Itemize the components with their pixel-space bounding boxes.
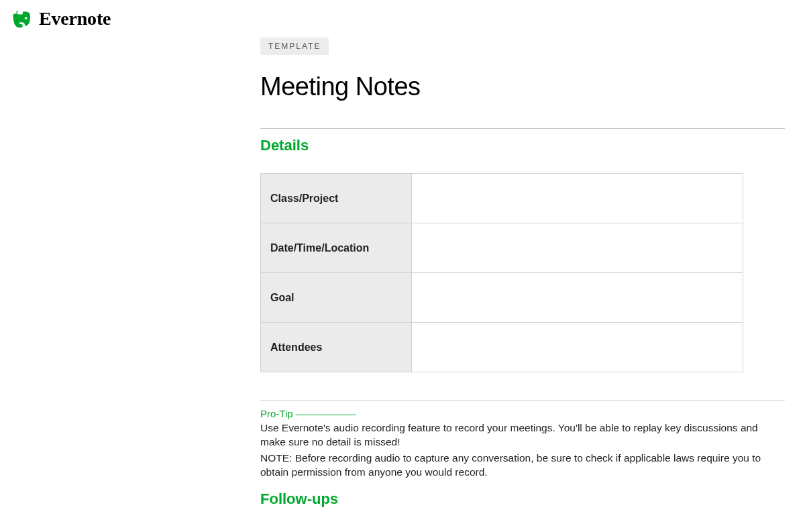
- page-title: Meeting Notes: [260, 72, 785, 101]
- table-row: Goal: [261, 273, 743, 323]
- details-label: Attendees: [261, 323, 412, 372]
- section-heading-details: Details: [260, 137, 785, 154]
- table-row: Class/Project: [261, 174, 743, 223]
- details-value[interactable]: [412, 323, 743, 372]
- divider: [260, 401, 785, 401]
- protip-label: Pro-Tip ——————: [260, 408, 785, 419]
- details-value[interactable]: [412, 223, 743, 273]
- details-value[interactable]: [412, 174, 743, 223]
- protip-body: Use Evernote's audio recording feature t…: [260, 421, 770, 449]
- table-row: Attendees: [261, 323, 743, 372]
- details-label: Date/Time/Location: [261, 223, 412, 273]
- section-heading-followups: Follow-ups: [260, 490, 785, 508]
- details-label: Class/Project: [261, 174, 412, 223]
- table-row: Date/Time/Location: [261, 223, 743, 273]
- template-body: TEMPLATE Meeting Notes Details Class/Pro…: [260, 38, 785, 508]
- details-table: Class/Project Date/Time/Location Goal At…: [260, 173, 743, 372]
- template-badge: TEMPLATE: [260, 38, 329, 55]
- details-label: Goal: [261, 273, 412, 323]
- evernote-elephant-icon: [12, 9, 32, 29]
- brand-name: Evernote: [39, 8, 111, 30]
- brand-header: Evernote: [12, 8, 111, 30]
- protip-note: NOTE: Before recording audio to capture …: [260, 451, 770, 480]
- details-value[interactable]: [412, 273, 743, 323]
- divider: [260, 128, 785, 129]
